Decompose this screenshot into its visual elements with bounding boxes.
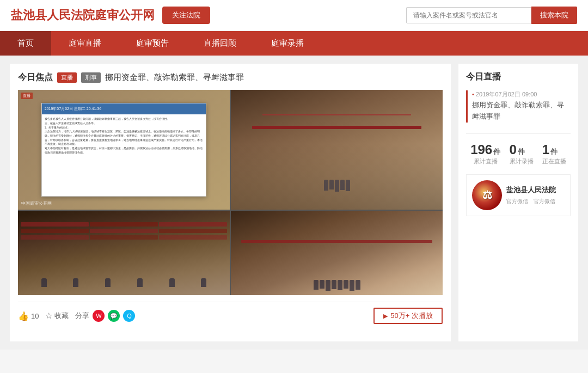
focus-title: 今日焦点 xyxy=(18,72,53,83)
stat-now-live: 1件 正在直播 xyxy=(542,142,566,166)
content-right: 今日直播 • 2019年07月02日 09:00 挪用资金罪、敲诈勒索罪、寻衅滋… xyxy=(458,64,578,341)
official-label-2: 官方微信 xyxy=(534,198,555,205)
bookmark-label: 收藏 xyxy=(54,311,69,321)
thumb-icon[interactable]: 👍 xyxy=(18,311,29,321)
wechat-share-icon[interactable]: 💬 xyxy=(108,310,120,322)
site-title: 盐池县人民法院庭审公开网 xyxy=(11,7,155,23)
today-live-title: 今日直播 xyxy=(466,71,571,83)
video-cell-bottom-right[interactable] xyxy=(231,211,443,295)
play-count-section[interactable]: ▶ 50万+ 次播放 xyxy=(373,308,443,324)
court-emblem-img: ⚖ xyxy=(472,180,502,210)
qq-share-icon[interactable]: Q xyxy=(123,310,135,322)
header-right: 搜索本院 xyxy=(406,7,577,24)
live-item: • 2019年07月02日 09:00 挪用资金罪、敲诈勒索罪、寻衅滋事罪 xyxy=(466,90,571,123)
official-labels: 官方微信 官方微信 xyxy=(506,198,556,205)
header-left: 盐池县人民法院庭审公开网 关注法院 xyxy=(11,7,210,24)
bottom-bar: 👍 10 ☆ 收藏 分享 W 💬 Q ▶ 50万+ 次播放 xyxy=(18,302,443,324)
stat-recording-label: 累计录播 xyxy=(510,157,534,166)
like-count: 10 xyxy=(31,312,39,320)
stat-now-num: 1件 xyxy=(542,142,566,157)
criminal-badge: 刑事 xyxy=(81,72,101,83)
court-emblem-text: 盐池县人民法院 官方微信 官方微信 xyxy=(506,185,556,205)
stat-cumulative-recording: 0件 累计录播 xyxy=(510,142,534,166)
stats-row: 196件 累计直播 0件 累计录播 1件 正在直播 xyxy=(466,133,571,166)
nav-item-recording[interactable]: 庭审录播 xyxy=(254,31,321,56)
bookmark-section[interactable]: ☆ 收藏 xyxy=(45,311,69,321)
video-cell-bottom-left[interactable] xyxy=(18,211,230,295)
focus-subtitle: 挪用资金罪、敲诈勒索罪、寻衅滋事罪 xyxy=(105,72,244,83)
content-left: 今日焦点 直播 刑事 挪用资金罪、敲诈勒索罪、寻衅滋事罪 2019年07月02日… xyxy=(10,64,451,341)
star-icon: ☆ xyxy=(45,311,52,321)
play-triangle-icon: ▶ xyxy=(383,313,388,320)
share-section: 分享 W 💬 Q xyxy=(75,310,135,322)
stat-live-label: 累计直播 xyxy=(470,157,500,166)
nav-item-home[interactable]: 首页 xyxy=(0,31,51,56)
official-label-1: 官方微信 xyxy=(506,198,528,205)
court-emblem-area: ⚖ 盐池县人民法院 官方微信 官方微信 xyxy=(466,174,571,216)
video-cell-top-right[interactable] xyxy=(231,90,443,210)
nav-item-live[interactable]: 庭审直播 xyxy=(51,31,119,56)
video-cell-top-left[interactable]: 2019年07月02日 星期二 20:41:36 被告多名被告人人员侵吞挪用公款… xyxy=(18,90,230,210)
navigation: 首页 庭审直播 庭审预告 直播回顾 庭审录播 xyxy=(0,31,588,56)
video-grid: 2019年07月02日 星期二 20:41:36 被告多名被告人人员侵吞挪用公款… xyxy=(18,90,443,295)
follow-btn[interactable]: 关注法院 xyxy=(162,7,210,24)
search-input[interactable] xyxy=(406,7,531,23)
weibo-share-icon[interactable]: W xyxy=(93,310,105,322)
nav-item-preview[interactable]: 庭审预告 xyxy=(119,31,186,56)
nav-item-replay[interactable]: 直播回顾 xyxy=(186,31,254,56)
main-content: 今日焦点 直播 刑事 挪用资金罪、敲诈勒索罪、寻衅滋事罪 2019年07月02日… xyxy=(0,56,588,350)
search-btn[interactable]: 搜索本院 xyxy=(531,7,577,24)
live-item-time: 2019年07月02日 09:00 xyxy=(476,91,537,97)
header: 盐池县人民法院庭审公开网 关注法院 搜索本院 xyxy=(0,0,588,31)
like-section: 👍 10 xyxy=(18,311,39,321)
stat-live-num: 196件 xyxy=(470,142,500,157)
stat-cumulative-live: 196件 累计直播 xyxy=(470,142,500,166)
court-name: 盐池县人民法院 xyxy=(506,185,556,195)
live-item-dot: • 2019年07月02日 09:00 xyxy=(472,90,571,99)
logo-overlay: 中国庭审公开网 xyxy=(21,200,52,206)
stat-now-label: 正在直播 xyxy=(542,157,566,166)
live-item-case: 挪用资金罪、敲诈勒索罪、寻衅滋事罪 xyxy=(472,100,571,123)
live-badge: 直播 xyxy=(57,72,77,83)
focus-header: 今日焦点 直播 刑事 挪用资金罪、敲诈勒索罪、寻衅滋事罪 xyxy=(18,72,443,83)
play-count-label: 50万+ 次播放 xyxy=(390,311,433,321)
share-label: 分享 xyxy=(75,311,89,321)
stat-recording-num: 0件 xyxy=(510,142,534,157)
